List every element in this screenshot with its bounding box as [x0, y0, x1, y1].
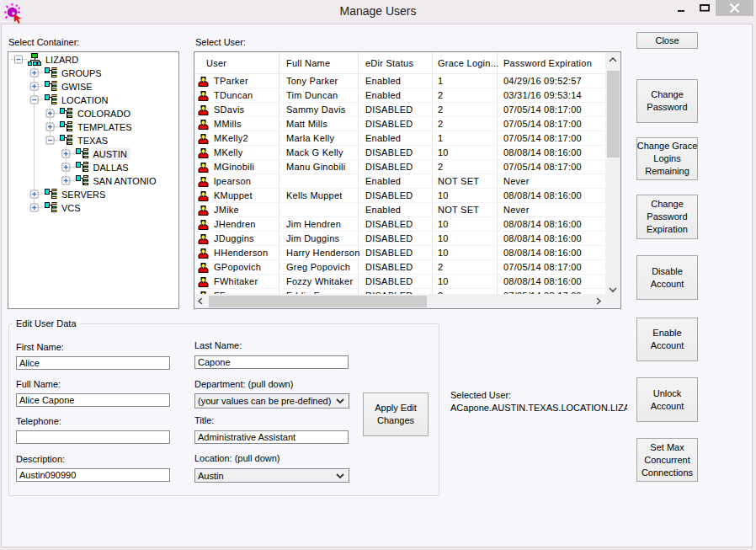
svg-text:VCS: VCS: [61, 203, 81, 213]
svg-text:SAN ANTONIO: SAN ANTONIO: [93, 176, 157, 186]
svg-text:COLORADO: COLORADO: [77, 109, 130, 119]
svg-text:TEXAS: TEXAS: [77, 136, 108, 146]
svg-text:LIZARD: LIZARD: [45, 55, 78, 65]
svg-text:GWISE: GWISE: [61, 82, 93, 92]
svg-text:LOCATION: LOCATION: [61, 95, 108, 105]
svg-text:AUSTIN: AUSTIN: [93, 149, 127, 159]
svg-text:DALLAS: DALLAS: [93, 163, 129, 173]
svg-text:TEMPLATES: TEMPLATES: [77, 122, 132, 132]
svg-text:SERVERS: SERVERS: [61, 190, 105, 200]
svg-text:GROUPS: GROUPS: [61, 68, 102, 78]
